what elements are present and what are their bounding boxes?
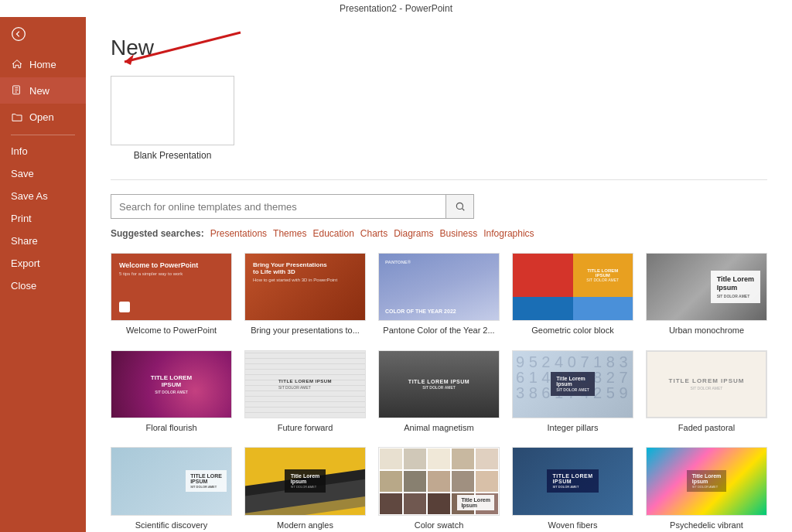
sidebar-item-home[interactable]: Home (0, 51, 86, 77)
sidebar: Home New Open Info Save Save As (0, 17, 86, 532)
suggested-diagrams[interactable]: Diagrams (394, 228, 433, 239)
suggested-business[interactable]: Business (440, 228, 478, 239)
sidebar-item-save[interactable]: Save (0, 162, 86, 185)
suggested-infographics[interactable]: Infographics (483, 228, 534, 239)
page-title: New (111, 36, 767, 60)
template-welcome-label: Welcome to PowerPoint (111, 325, 232, 336)
template-animal-label: Animal magnetism (378, 422, 500, 433)
template-grid: Welcome to PowerPoint 5 tips for a simpl… (111, 253, 767, 530)
title-bar-text: Presentation2 - PowerPoint (340, 3, 452, 14)
template-pantone[interactable]: PANTONE® COLOR OF THE YEAR 2022 Pantone … (378, 253, 500, 336)
template-psychedelic[interactable]: Title LoremIpsum SIT DOLOR AMET Psychede… (646, 447, 767, 530)
template-scientific[interactable]: TITLE LOREIPSUM SIT DOLOR AMET Scientifi… (111, 447, 232, 530)
template-animal[interactable]: TITLE LOREM IPSUM SIT DOLOR AMET Animal … (378, 350, 500, 434)
suggested-label: Suggested searches: (111, 228, 204, 239)
blank-presentation-thumbnail[interactable] (111, 76, 234, 145)
search-icon (455, 201, 466, 212)
blank-presentation-label: Blank Presentation (111, 150, 234, 161)
template-swatch[interactable]: Title LoremIpsum Color swatch (378, 447, 500, 530)
template-woven[interactable]: TITLE LOREMIPSUM SIT DOLOR AMET Woven fi… (512, 447, 633, 530)
template-faded[interactable]: TITLE LOREM IPSUM SIT DOLOR AMET Faded p… (646, 350, 767, 434)
title-bar: Presentation2 - PowerPoint (0, 0, 792, 17)
template-urban-label: Urban monochrome (646, 325, 767, 336)
sidebar-item-new[interactable]: New (0, 77, 86, 104)
template-urban[interactable]: Title LoremIpsum SIT DOLOR AMET Urban mo… (646, 253, 767, 336)
svg-line-5 (462, 209, 464, 211)
sidebar-item-home-label: Home (29, 59, 56, 70)
sidebar-item-open[interactable]: Open (0, 104, 86, 130)
sidebar-item-export[interactable]: Export (0, 252, 86, 275)
sidebar-item-share[interactable]: Share (0, 230, 86, 252)
template-integer-label: Integer pillars (512, 422, 633, 433)
template-modern[interactable]: Title LoremIpsum SIT DOLOR AMET Modern a… (244, 447, 366, 530)
svg-point-0 (12, 28, 26, 41)
suggested-presentations[interactable]: Presentations (210, 228, 267, 239)
template-floral-label: Floral flourish (111, 422, 232, 433)
template-3d-label: Bring your presentations to... (244, 325, 366, 336)
template-floral[interactable]: TITLE LOREM IPSUM SIT DOLOR AMET Floral … (111, 350, 232, 434)
sidebar-item-save-as[interactable]: Save As (0, 185, 86, 207)
suggested-searches: Suggested searches: Presentations Themes… (111, 228, 767, 239)
section-divider (111, 179, 767, 180)
template-geo[interactable]: TITLE LOREMIPSUMSIT DOLOR AMET Geometric… (512, 253, 633, 336)
home-icon (11, 58, 23, 70)
template-faded-label: Faded pastoral (646, 422, 767, 433)
template-welcome[interactable]: Welcome to PowerPoint 5 tips for a simpl… (111, 253, 232, 336)
template-future[interactable]: TITLE LOREM IPSUM SIT DOLOR AMET Future … (244, 350, 366, 434)
back-button[interactable] (0, 17, 86, 51)
sidebar-item-new-label: New (29, 85, 50, 97)
blank-presentation-area: Blank Presentation (111, 76, 767, 161)
main-content: New Blank Presentation Sugg (86, 17, 792, 532)
sidebar-item-info[interactable]: Info (0, 140, 86, 162)
template-modern-label: Modern angles (244, 520, 366, 530)
search-box (111, 194, 474, 219)
suggested-themes[interactable]: Themes (273, 228, 306, 239)
template-woven-label: Woven fibers (512, 520, 633, 530)
search-area (111, 194, 767, 219)
template-geo-label: Geometric color block (512, 325, 633, 336)
suggested-charts[interactable]: Charts (360, 228, 387, 239)
new-icon (11, 84, 23, 97)
template-integer[interactable]: 9 5 2 4 0 7 1 8 36 1 4 9 5 3 8 2 73 8 6 … (512, 350, 633, 434)
blank-thumbnail-inner (111, 77, 234, 145)
sidebar-divider (11, 135, 75, 135)
template-3d[interactable]: Bring Your Presentationsto Life with 3D … (244, 253, 366, 336)
sidebar-item-print[interactable]: Print (0, 207, 86, 230)
template-scientific-label: Scientific discovery (111, 520, 232, 530)
search-button[interactable] (446, 195, 473, 218)
search-input[interactable] (111, 201, 446, 213)
sidebar-item-close[interactable]: Close (0, 275, 86, 297)
sidebar-item-open-label: Open (29, 111, 54, 123)
template-swatch-label: Color swatch (378, 520, 500, 530)
open-icon (11, 111, 23, 123)
template-pantone-label: Pantone Color of the Year 2... (378, 325, 500, 336)
suggested-education[interactable]: Education (312, 228, 353, 239)
template-future-label: Future forward (244, 422, 366, 433)
template-psychedelic-label: Psychedelic vibrant (646, 520, 767, 530)
svg-point-4 (456, 203, 463, 209)
back-icon (11, 26, 26, 42)
